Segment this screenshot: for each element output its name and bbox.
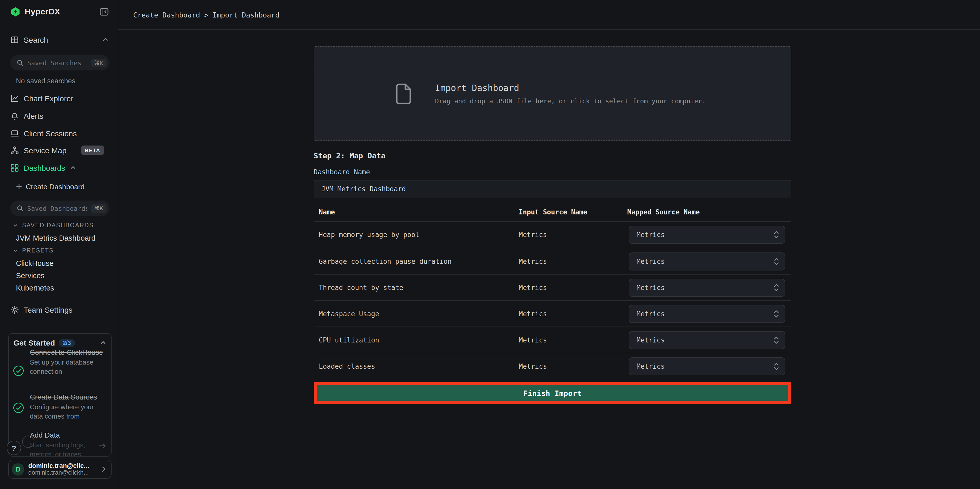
breadcrumb: Create Dashboard > Import Dashboard [133, 11, 280, 19]
step-description: Start sending logs, metrics, or traces [30, 441, 91, 457]
sidebar-item-search[interactable]: Search [0, 31, 118, 48]
check-circle-icon [13, 365, 24, 376]
table-row: Heap memory usage by pool Metrics Metric… [313, 221, 791, 248]
get-started-item[interactable]: Connect to ClickHouse Set up your databa… [30, 347, 107, 376]
column-header-input-source: Input Source Name [519, 208, 627, 216]
chevron-up-icon[interactable] [102, 37, 108, 43]
row-input-source-name: Metrics [519, 284, 627, 291]
check-circle-icon [13, 402, 24, 413]
mapped-source-select[interactable]: Metrics [629, 252, 785, 270]
row-name: Metaspace Usage [313, 310, 519, 317]
chart-icon [10, 94, 19, 103]
sidebar-item-team-settings[interactable]: Team Settings [0, 301, 118, 318]
step-description: Set up your database connection [30, 358, 107, 376]
saved-dashboards-input[interactable] [27, 204, 87, 212]
bell-icon [10, 111, 19, 120]
help-button[interactable]: ? [7, 441, 21, 455]
hyperdx-logo-icon [10, 7, 21, 17]
top-bar: Create Dashboard > Import Dashboard [118, 0, 980, 30]
sidebar-item-label: Team Settings [24, 305, 73, 314]
dropzone-subtitle: Drag and drop a JSON file here, or click… [435, 97, 706, 105]
mapped-source-select[interactable]: Metrics [629, 357, 785, 375]
group-saved-dashboards[interactable]: SAVED DASHBOARDS [13, 222, 94, 228]
row-name: Heap memory usage by pool [313, 231, 519, 239]
main-area: Create Dashboard > Import Dashboard Impo… [118, 0, 980, 489]
row-input-source-name: Metrics [519, 257, 627, 265]
preset-link-services[interactable]: Services [16, 271, 45, 280]
group-presets[interactable]: PRESETS [13, 247, 54, 253]
create-dashboard-button[interactable]: Create Dashboard [16, 183, 84, 191]
shortcut-badge: ⌘K [91, 58, 107, 67]
mapped-source-value: Metrics [636, 257, 665, 265]
shortcut-badge: ⌘K [91, 204, 107, 213]
sidebar-item-chart-explorer[interactable]: Chart Explorer [0, 89, 118, 107]
finish-import-button[interactable]: Finish Import [317, 385, 788, 401]
table-body: Heap memory usage by pool Metrics Metric… [313, 221, 791, 379]
sidebar-item-dashboards[interactable]: Dashboards [0, 159, 118, 176]
select-chevrons-icon [774, 310, 779, 317]
table-row: Loaded classes Metrics Metrics [313, 353, 791, 379]
dashboard-name-label: Dashboard Name [313, 169, 791, 175]
chevron-up-icon[interactable] [70, 164, 76, 171]
saved-searches-search[interactable]: ⌘K [10, 55, 110, 70]
preset-link-kubernetes[interactable]: Kubernetes [16, 284, 54, 292]
beta-badge: BETA [81, 145, 104, 155]
arrow-right-icon [98, 443, 107, 449]
row-mapped-source-cell: Metrics [627, 331, 791, 349]
saved-dashboards-search[interactable]: ⌘K [10, 201, 110, 216]
dropzone-title: Import Dashboard [435, 83, 706, 93]
mapped-source-select[interactable]: Metrics [629, 331, 785, 349]
sidebar-item-client-sessions[interactable]: Client Sessions [0, 124, 118, 142]
get-started-title: Get Started [13, 338, 55, 347]
progress-badge: 2/3 [59, 339, 75, 347]
step-title: Connect to ClickHouse [30, 347, 107, 357]
row-name: Garbage collection pause duration [313, 257, 519, 265]
chevron-down-icon [13, 248, 18, 253]
saved-searches-input[interactable] [27, 59, 87, 67]
step-title: Add Data [30, 430, 107, 440]
collapse-sidebar-icon[interactable] [100, 8, 108, 16]
table-row: Garbage collection pause duration Metric… [313, 248, 791, 274]
laptop-icon [10, 129, 19, 137]
table-row: CPU utilization Metrics Metrics [313, 327, 791, 353]
network-icon [10, 146, 19, 155]
app-root: HyperDX Search ⌘K [0, 0, 980, 489]
file-icon [395, 83, 412, 105]
get-started-item[interactable]: Create Data Sources Configure where your… [30, 392, 107, 421]
column-header-mapped-source: Mapped Source Name [627, 208, 791, 216]
plus-icon [16, 183, 22, 190]
sidebar-item-label: Client Sessions [24, 129, 77, 137]
select-chevrons-icon [774, 284, 779, 291]
user-menu[interactable]: D dominic.tran@clic... dominic.tran@clic… [8, 460, 111, 479]
mapped-source-select[interactable]: Metrics [629, 226, 785, 244]
row-name: Thread count by state [313, 284, 519, 291]
preset-link-clickhouse[interactable]: ClickHouse [16, 259, 54, 268]
chevron-up-icon[interactable] [100, 339, 107, 346]
get-started-card: Get Started 2/3 Connect to ClickHouse Se… [8, 333, 111, 457]
mapped-source-select[interactable]: Metrics [629, 279, 785, 296]
mapped-source-value: Metrics [636, 362, 665, 370]
chevron-down-icon [13, 223, 18, 228]
annotation-highlight: Finish Import [313, 382, 791, 404]
import-panel: Import Dashboard Drag and drop a JSON fi… [313, 30, 791, 404]
sidebar-item-service-map[interactable]: Service Map BETA [0, 142, 118, 159]
dashboard-link-jvm[interactable]: JVM Metrics Dashboard [16, 234, 95, 242]
mapped-source-value: Metrics [636, 284, 665, 291]
create-dashboard-label: Create Dashboard [26, 183, 84, 191]
divider [0, 49, 118, 49]
select-chevrons-icon [774, 231, 779, 239]
table-row: Metaspace Usage Metrics Metrics [313, 300, 791, 327]
get-started-item[interactable]: Add Data Start sending logs, metrics, or… [30, 430, 107, 457]
row-mapped-source-cell: Metrics [627, 252, 791, 270]
logo-row: HyperDX [0, 5, 118, 19]
sidebar-item-label: Chart Explorer [24, 94, 73, 103]
get-started-header[interactable]: Get Started 2/3 [13, 338, 107, 347]
dashboard-name-input[interactable] [313, 180, 791, 198]
mapped-source-select[interactable]: Metrics [629, 305, 785, 323]
row-mapped-source-cell: Metrics [627, 305, 791, 323]
row-name: CPU utilization [313, 336, 519, 344]
chevron-right-icon [100, 466, 107, 473]
mapped-source-value: Metrics [636, 310, 665, 317]
import-dropzone[interactable]: Import Dashboard Drag and drop a JSON fi… [313, 46, 791, 141]
sidebar-item-alerts[interactable]: Alerts [0, 107, 118, 124]
